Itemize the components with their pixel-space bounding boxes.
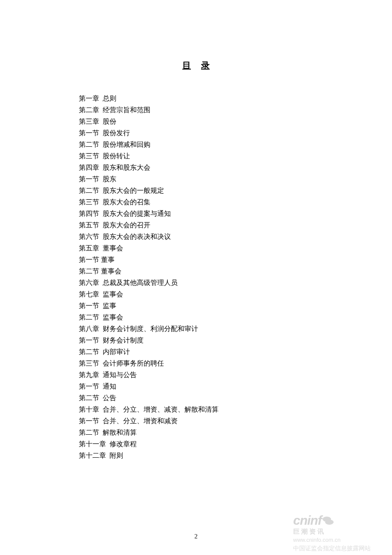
- toc-label: 第三节: [79, 150, 99, 162]
- table-of-contents: 第一章 总则第二章 经营宗旨和范围第三章 股份第一节 股份发行第二节 股份增减和…: [79, 93, 392, 461]
- toc-line: 第十二章 附则: [79, 450, 392, 461]
- toc-label: 第二节: [79, 311, 99, 323]
- toc-text: 股份: [103, 118, 116, 125]
- toc-line: 第一节 通知: [79, 381, 392, 392]
- toc-line: 第二节 监事会: [79, 311, 392, 323]
- toc-text: 财务会计制度: [103, 337, 144, 344]
- toc-label: 第二章: [79, 104, 99, 116]
- toc-text: 财务会计制度、利润分配和审计: [103, 325, 198, 332]
- toc-label: 第二节: [79, 392, 99, 404]
- toc-line: 第二章 经营宗旨和范围: [79, 104, 392, 116]
- toc-label: 第六节: [79, 231, 99, 242]
- toc-line: 第一节 董事: [79, 254, 392, 265]
- title-char-1: 目: [182, 61, 191, 70]
- toc-label: 第六章: [79, 277, 99, 288]
- page-title: 目录: [0, 0, 392, 71]
- toc-text: 总则: [103, 95, 116, 102]
- toc-label: 第二节: [79, 346, 99, 357]
- toc-text: 内部审计: [103, 348, 130, 355]
- toc-label: 第三节: [79, 357, 99, 369]
- watermark-brand: cninf: [293, 514, 391, 527]
- toc-text: 修改章程: [110, 440, 137, 447]
- watermark-url: www.cninfo.com.cn: [293, 537, 391, 543]
- toc-line: 第三节 会计师事务所的聘任: [79, 357, 392, 369]
- toc-text: 董事会: [103, 244, 123, 252]
- toc-label: 第五章: [79, 242, 99, 254]
- toc-text: 股份转让: [103, 152, 130, 160]
- toc-label: 第三节: [79, 196, 99, 208]
- toc-text: 股东大会的召开: [103, 221, 150, 229]
- toc-line: 第七章 监事会: [79, 288, 392, 300]
- toc-line: 第一节 财务会计制度: [79, 334, 392, 346]
- toc-text: 通知与公告: [103, 371, 137, 378]
- toc-line: 第三节 股份转让: [79, 150, 392, 162]
- toc-text: 董事会: [101, 267, 121, 275]
- toc-line: 第四节 股东大会的提案与通知: [79, 208, 392, 219]
- toc-label: 第二节: [79, 185, 99, 196]
- toc-text: 股东: [103, 175, 116, 183]
- toc-label: 第七章: [79, 288, 99, 300]
- cloud-icon: [323, 516, 334, 525]
- toc-text: 合并、分立、增资、减资、解散和清算: [103, 406, 219, 413]
- toc-line: 第二节 公告: [79, 392, 392, 404]
- toc-label: 第五节: [79, 219, 99, 231]
- toc-label: 第十一章: [79, 438, 106, 450]
- toc-text: 监事会: [103, 291, 123, 298]
- toc-text: 股东大会的提案与通知: [103, 210, 171, 217]
- toc-label: 第一节: [79, 381, 99, 392]
- toc-label: 第二节: [79, 139, 99, 150]
- toc-line: 第八章 财务会计制度、利润分配和审计: [79, 323, 392, 334]
- toc-label: 第十二章: [79, 450, 106, 461]
- title-char-2: 录: [201, 61, 210, 70]
- toc-text: 公告: [103, 394, 116, 401]
- toc-text: 股份发行: [103, 129, 130, 137]
- toc-text: 股东大会的一般规定: [103, 187, 164, 194]
- toc-label: 第二节: [79, 427, 99, 438]
- toc-line: 第三章 股份: [79, 116, 392, 127]
- toc-text: 附则: [110, 452, 123, 459]
- toc-text: 总裁及其他高级管理人员: [103, 279, 178, 286]
- toc-label: 第十章: [79, 404, 99, 415]
- toc-label: 第二节: [79, 265, 99, 277]
- toc-text: 股东大会的召集: [103, 198, 150, 206]
- toc-label: 第一节: [79, 300, 99, 311]
- toc-text: 经营宗旨和范围: [103, 106, 150, 113]
- toc-line: 第十一章 修改章程: [79, 438, 392, 450]
- toc-text: 会计师事务所的聘任: [103, 360, 164, 367]
- toc-text: 解散和清算: [103, 429, 137, 436]
- toc-line: 第九章 通知与公告: [79, 369, 392, 381]
- toc-line: 第一章 总则: [79, 93, 392, 104]
- toc-line: 第五章 董事会: [79, 242, 392, 254]
- watermark-brand-text: cninf: [293, 514, 322, 527]
- toc-line: 第一节 股东: [79, 173, 392, 185]
- toc-text: 股东大会的表决和决议: [103, 233, 171, 240]
- toc-label: 第三章: [79, 116, 99, 127]
- toc-label: 第四章: [79, 162, 99, 173]
- toc-line: 第六章 总裁及其他高级管理人员: [79, 277, 392, 288]
- toc-line: 第二节 董事会: [79, 265, 392, 277]
- toc-label: 第九章: [79, 369, 99, 381]
- toc-label: 第一节: [79, 415, 99, 427]
- toc-line: 第二节 股份增减和回购: [79, 139, 392, 150]
- toc-text: 合并、分立、增资和减资: [103, 417, 178, 424]
- toc-text: 监事会: [103, 314, 123, 321]
- toc-line: 第三节 股东大会的召集: [79, 196, 392, 208]
- toc-label: 第一节: [79, 334, 99, 346]
- toc-line: 第四章 股东和股东大会: [79, 162, 392, 173]
- toc-text: 股东和股东大会: [103, 164, 150, 171]
- watermark: cninf 巨潮资讯 www.cninfo.com.cn 中国证监会指定信息披露…: [293, 514, 391, 552]
- watermark-description: 中国证监会指定信息披露网站: [293, 545, 391, 552]
- toc-label: 第八章: [79, 323, 99, 334]
- toc-label: 第一节: [79, 127, 99, 139]
- toc-label: 第一章: [79, 93, 99, 104]
- toc-line: 第二节 解散和清算: [79, 427, 392, 438]
- toc-line: 第一节 股份发行: [79, 127, 392, 139]
- toc-text: 股份增减和回购: [103, 141, 150, 148]
- toc-label: 第一节: [79, 254, 99, 265]
- toc-line: 第二节 内部审计: [79, 346, 392, 357]
- toc-label: 第一节: [79, 173, 99, 185]
- toc-line: 第一节 合并、分立、增资和减资: [79, 415, 392, 427]
- toc-line: 第五节 股东大会的召开: [79, 219, 392, 231]
- toc-line: 第二节 股东大会的一般规定: [79, 185, 392, 196]
- toc-text: 监事: [103, 302, 116, 309]
